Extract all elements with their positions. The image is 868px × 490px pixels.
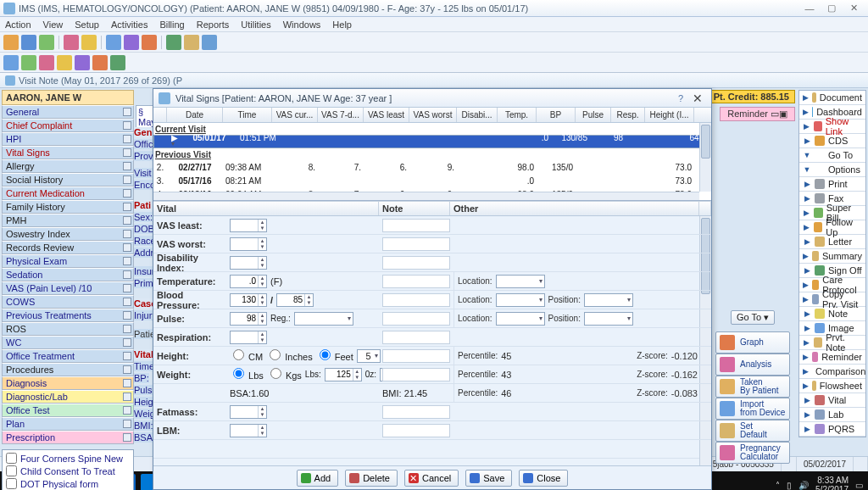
note-cell[interactable] <box>382 368 450 381</box>
menu-utilities[interactable]: Utilities <box>241 19 270 30</box>
section-hpi[interactable]: HPI <box>2 132 134 146</box>
section-chief-complaint[interactable]: Chief Complaint <box>2 119 134 132</box>
section-wc[interactable]: WC <box>2 336 134 349</box>
menu-help[interactable]: Help <box>332 19 352 30</box>
action-print[interactable]: ▶Print <box>799 177 865 192</box>
close-button[interactable]: Close <box>519 470 568 487</box>
toolbar-icon[interactable] <box>184 35 199 50</box>
note-cell[interactable] <box>382 312 450 326</box>
sidebtn-pregnancy-calculator[interactable]: PregnancyCalculator <box>715 442 790 464</box>
height-in-radio[interactable]: Inches <box>266 349 312 362</box>
sidebtn-graph[interactable]: Graph <box>715 331 790 354</box>
vas-worst-input[interactable]: ▲▼ <box>230 237 267 251</box>
check-four-corners[interactable]: Four Corners Spine New <box>6 452 130 465</box>
visit-row[interactable]: 3.05/17/1608:21 AM.073.0 <box>153 174 711 187</box>
column-header[interactable]: BP <box>537 108 576 122</box>
taskbar-clock[interactable]: 8:33 AM5/2/2017 <box>815 476 849 490</box>
section-oswestry-index[interactable]: Oswestry Index <box>2 227 134 241</box>
section-sedation[interactable]: Sedation <box>2 268 134 281</box>
section-family-history[interactable]: Family History <box>2 200 134 214</box>
action-comparison[interactable]: ▶Comparison <box>799 365 865 379</box>
height-cm-radio[interactable]: CM <box>230 349 263 362</box>
help-button[interactable]: ? <box>672 93 689 103</box>
section-previous-treatments[interactable]: Previous Treatments <box>2 309 134 322</box>
toolbar-icon[interactable] <box>81 35 97 50</box>
section-diagnostic-lab[interactable]: Diagnostic/Lab <box>2 390 134 404</box>
save-button[interactable]: Save <box>465 470 512 487</box>
action-pqrs[interactable]: ▶PQRS <box>799 422 865 437</box>
section-social-history[interactable]: Social History <box>2 173 134 187</box>
section-allergy[interactable]: Allergy <box>2 159 134 173</box>
height-feet-select[interactable]: 5 <box>357 349 381 363</box>
column-header[interactable]: Date <box>167 108 223 122</box>
pulse-location-select[interactable] <box>496 312 545 326</box>
tray-up-icon[interactable]: ˄ <box>776 481 780 490</box>
action-reminder[interactable]: ▶Reminder <box>799 350 865 365</box>
section-vital-signs[interactable]: Vital Signs <box>2 146 134 159</box>
tray-network-icon[interactable]: ▯ <box>787 481 792 490</box>
action-lab[interactable]: ▶Lab <box>799 408 865 422</box>
vas-least-input[interactable]: ▲▼ <box>230 219 267 232</box>
bp-position-select[interactable] <box>584 293 633 307</box>
cancel-button[interactable]: ✕Cancel <box>404 470 459 487</box>
respiration-input[interactable]: ▲▼ <box>230 331 267 344</box>
sidebtn-taken-by-patient[interactable]: TakenBy Patient <box>715 376 790 398</box>
action-flowsheet[interactable]: ▶Flowsheet <box>799 379 865 393</box>
note-cell[interactable] <box>382 424 450 437</box>
menu-view[interactable]: View <box>43 19 64 30</box>
temperature-input[interactable]: ▲▼ <box>230 275 267 288</box>
check-dot-physical[interactable]: DOT Physical form <box>6 477 130 490</box>
weight-lbs-radio[interactable]: Lbs <box>230 368 264 381</box>
action-show-link[interactable]: ▶Show Link <box>799 120 865 134</box>
action-copy-prv-visit[interactable]: ▶Copy Prv. Visit <box>799 292 865 307</box>
goto-button[interactable]: Go To ▾ <box>731 310 775 325</box>
menu-activities[interactable]: Activities <box>111 19 147 30</box>
menu-reports[interactable]: Reports <box>197 19 230 30</box>
add-button[interactable]: Add <box>297 470 339 487</box>
action-document[interactable]: ▶Document <box>799 91 865 105</box>
temp-location-select[interactable] <box>496 275 545 288</box>
reminder-tab[interactable]: Reminder ▭▣ <box>720 107 795 121</box>
toolbar-icon[interactable] <box>39 35 54 50</box>
column-header[interactable]: VAS worst <box>409 108 457 122</box>
column-header[interactable]: Disabi... <box>457 108 498 122</box>
action-go-to[interactable]: ▼Go To <box>799 148 865 163</box>
column-header[interactable]: VAS cur... <box>272 108 318 122</box>
section-vas-pain-level-10[interactable]: VAS (Pain Level) /10 <box>2 281 134 295</box>
action-vital[interactable]: ▶Vital <box>799 393 865 408</box>
visit-row[interactable]: ▶05/01/1701:51 PM.0130/859864.0 <box>153 135 711 148</box>
lbm-input[interactable]: ▲▼ <box>230 424 267 437</box>
maximize-button[interactable]: ▢ <box>821 3 843 14</box>
column-header[interactable] <box>153 108 167 122</box>
toolbar-icon[interactable] <box>124 35 139 50</box>
toolbar-icon[interactable] <box>3 55 19 70</box>
fatmass-input[interactable]: ▲▼ <box>230 405 267 419</box>
toolbar-icon[interactable] <box>21 55 36 70</box>
menu-billing[interactable]: Billing <box>159 19 184 30</box>
toolbar-icon[interactable] <box>21 35 36 50</box>
visit-row[interactable]: 2.02/27/1709:38 AM8.7.6.9.98.0135/073.0 <box>153 160 711 174</box>
section-cows[interactable]: COWS <box>2 295 134 309</box>
note-cell[interactable] <box>382 405 450 419</box>
pulse-position-select[interactable] <box>584 312 633 326</box>
section-records-review[interactable]: Records Review <box>2 241 134 254</box>
bp-location-select[interactable] <box>496 293 545 307</box>
section-office-test[interactable]: Office Test <box>2 404 134 417</box>
tray-volume-icon[interactable]: 🔊 <box>798 481 809 490</box>
grid-vscroll[interactable] <box>699 123 711 192</box>
pulse-reg-select[interactable] <box>294 312 353 326</box>
menu-action[interactable]: Action <box>5 19 31 30</box>
toolbar-icon[interactable] <box>142 35 157 50</box>
section-physical-exam[interactable]: Physical Exam <box>2 254 134 268</box>
column-header[interactable]: VAS 7-d... <box>318 108 364 122</box>
close-button[interactable]: ✕ <box>843 3 865 14</box>
minimize-button[interactable]: — <box>798 3 821 14</box>
bp-diastolic-input[interactable]: ▲▼ <box>276 293 314 307</box>
dialog-close-button[interactable]: ✕ <box>689 92 706 105</box>
section-procedures[interactable]: Procedures <box>2 363 134 376</box>
menu-windows[interactable]: Windows <box>283 19 321 30</box>
section-ros[interactable]: ROS <box>2 322 134 336</box>
column-header[interactable]: Height (I... <box>645 108 694 122</box>
sidebtn-analysis[interactable]: Analysis <box>715 354 790 376</box>
column-header[interactable]: VAS least <box>364 108 409 122</box>
